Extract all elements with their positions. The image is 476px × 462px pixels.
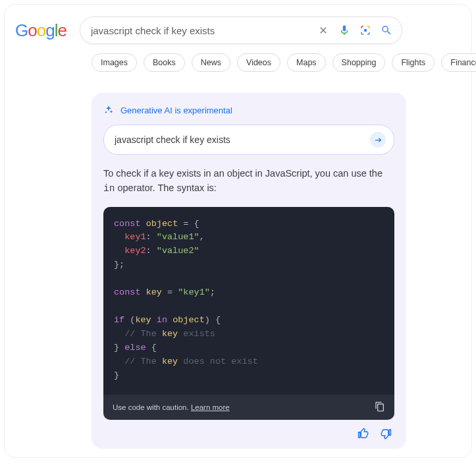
thumbs-up-icon[interactable] xyxy=(357,428,369,440)
learn-more-link[interactable]: Learn more xyxy=(191,403,230,411)
search-icon[interactable] xyxy=(381,24,392,36)
code-block: const object = { key1: "value1", key2: "… xyxy=(103,207,394,395)
ai-badge-text: Generative AI is experimental xyxy=(120,105,232,115)
code-footer: Use code with caution. Learn more xyxy=(103,395,394,420)
generative-ai-panel: Generative AI is experimental javascript… xyxy=(92,93,406,449)
ai-prompt-text: javascript check if key exists xyxy=(115,134,370,145)
ai-prompt-box[interactable]: javascript check if key exists xyxy=(103,125,394,155)
submit-arrow-icon[interactable] xyxy=(370,132,386,148)
google-logo[interactable]: Google xyxy=(15,20,66,41)
chip-maps[interactable]: Maps xyxy=(287,53,326,72)
chip-videos[interactable]: Videos xyxy=(237,53,280,72)
search-input[interactable] xyxy=(91,25,317,36)
thumbs-down-icon[interactable] xyxy=(380,428,392,440)
chip-shopping[interactable]: Shopping xyxy=(332,53,386,72)
search-bar[interactable] xyxy=(80,16,402,44)
sparkle-icon xyxy=(103,105,114,115)
chip-images[interactable]: Images xyxy=(92,53,137,72)
filter-chips: Images Books News Videos Maps Shopping F… xyxy=(13,44,463,74)
clear-icon[interactable] xyxy=(317,24,329,36)
ai-explanation: To check if a key exists in an object in… xyxy=(103,167,394,196)
lens-icon[interactable] xyxy=(359,24,371,36)
caution-text: Use code with caution. xyxy=(113,403,189,411)
chip-finance[interactable]: Finance xyxy=(441,53,476,72)
feedback-bar xyxy=(103,420,394,442)
svg-point-0 xyxy=(364,29,367,32)
voice-search-icon[interactable] xyxy=(338,24,350,36)
copy-icon[interactable] xyxy=(375,401,385,413)
chip-books[interactable]: Books xyxy=(144,53,185,72)
chip-news[interactable]: News xyxy=(192,53,230,72)
chip-flights[interactable]: Flights xyxy=(392,53,435,72)
